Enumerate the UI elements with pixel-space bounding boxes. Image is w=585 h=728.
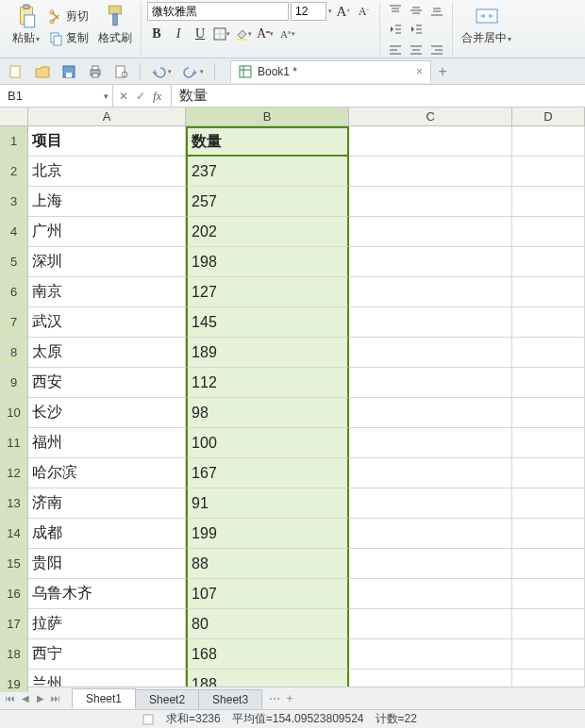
close-tab-button[interactable]: × <box>416 65 423 78</box>
row-header[interactable]: 8 <box>0 338 28 368</box>
sheet-tab[interactable]: Sheet2 <box>135 689 199 709</box>
cell[interactable] <box>512 549 585 579</box>
format-painter-button[interactable]: 格式刷 <box>95 2 135 53</box>
dropdown-icon[interactable]: ▾ <box>104 91 109 101</box>
cell[interactable] <box>349 277 512 307</box>
cell[interactable] <box>512 307 585 338</box>
column-header-B[interactable]: B <box>186 108 349 126</box>
cell[interactable]: 107 <box>186 579 349 609</box>
cell[interactable] <box>512 187 585 217</box>
cell[interactable]: 237 <box>186 157 349 187</box>
cell[interactable] <box>512 338 585 368</box>
bold-button[interactable]: B <box>147 25 166 43</box>
cell[interactable] <box>512 488 585 519</box>
cell[interactable]: 济南 <box>28 488 186 519</box>
cell[interactable] <box>349 187 512 217</box>
row-header[interactable]: 4 <box>0 217 28 247</box>
italic-button[interactable]: I <box>169 25 188 43</box>
cell[interactable] <box>512 157 585 187</box>
column-header-D[interactable]: D <box>512 108 585 126</box>
print-button[interactable] <box>85 62 106 81</box>
cut-button[interactable]: 剪切 <box>46 7 92 26</box>
cell[interactable]: 福州 <box>28 428 186 458</box>
row-header[interactable]: 17 <box>0 609 28 639</box>
row-header[interactable]: 7 <box>0 307 28 338</box>
align-left-button[interactable] <box>386 41 405 58</box>
cell[interactable] <box>349 307 512 338</box>
print-preview-button[interactable] <box>111 62 132 81</box>
cell[interactable] <box>512 458 585 488</box>
row-header[interactable]: 11 <box>0 428 28 458</box>
cell[interactable]: 拉萨 <box>28 609 186 639</box>
add-tab-button[interactable]: + <box>433 62 452 81</box>
align-right-button[interactable] <box>427 41 446 58</box>
row-header[interactable]: 5 <box>0 247 28 277</box>
cell[interactable]: 91 <box>186 488 349 519</box>
cell[interactable] <box>349 247 512 277</box>
cell[interactable]: 127 <box>186 277 349 307</box>
font-color-button[interactable]: A▾ <box>256 25 275 43</box>
accept-formula-button[interactable]: ✓ <box>136 90 145 103</box>
borders-button[interactable]: ▾ <box>212 25 231 43</box>
column-header-A[interactable]: A <box>28 108 186 126</box>
cell[interactable] <box>512 277 585 307</box>
sheet-tab[interactable]: Sheet1 <box>72 688 136 709</box>
column-header-C[interactable]: C <box>349 108 512 126</box>
grow-font-button[interactable]: A⁺ <box>334 2 353 21</box>
cell[interactable]: 西宁 <box>28 639 186 670</box>
sheet-nav-next[interactable]: ▶ <box>34 693 47 703</box>
align-bottom-button[interactable] <box>427 2 446 19</box>
cell[interactable] <box>349 549 512 579</box>
cell[interactable] <box>512 126 585 157</box>
cell[interactable] <box>349 338 512 368</box>
paste-button[interactable]: 粘贴▾ <box>9 2 42 53</box>
cell[interactable] <box>349 126 512 157</box>
row-header[interactable]: 18 <box>0 639 28 670</box>
row-header[interactable]: 10 <box>0 398 28 428</box>
cell[interactable] <box>349 519 512 549</box>
cell[interactable]: 167 <box>186 458 349 488</box>
save-button[interactable] <box>58 62 79 81</box>
cell[interactable]: 100 <box>186 428 349 458</box>
cell[interactable]: 乌鲁木齐 <box>28 579 186 609</box>
cell[interactable]: 太原 <box>28 338 186 368</box>
row-header[interactable]: 16 <box>0 579 28 609</box>
shrink-font-button[interactable]: A⁻ <box>355 2 374 21</box>
document-tab[interactable]: Book1 * × <box>230 60 431 83</box>
formula-input[interactable]: 数量 <box>172 85 585 107</box>
row-header[interactable]: 9 <box>0 368 28 398</box>
cell[interactable] <box>512 247 585 277</box>
cell[interactable] <box>349 458 512 488</box>
cell[interactable] <box>512 579 585 609</box>
cell[interactable]: 112 <box>186 368 349 398</box>
cell[interactable]: 成都 <box>28 519 186 549</box>
row-header[interactable]: 15 <box>0 549 28 579</box>
cell[interactable] <box>349 398 512 428</box>
row-header[interactable]: 6 <box>0 277 28 307</box>
cell[interactable] <box>512 368 585 398</box>
row-header[interactable]: 14 <box>0 519 28 549</box>
open-button[interactable] <box>32 62 53 81</box>
sheet-nav-first[interactable]: ⏮ <box>4 693 17 703</box>
cell[interactable] <box>349 639 512 670</box>
cell[interactable]: 贵阳 <box>28 549 186 579</box>
increase-indent-button[interactable] <box>407 21 426 38</box>
cell[interactable]: 145 <box>186 307 349 338</box>
cell[interactable]: 上海 <box>28 187 186 217</box>
cell[interactable] <box>512 639 585 670</box>
sheet-tab[interactable]: Sheet3 <box>198 689 262 709</box>
cancel-formula-button[interactable]: ✕ <box>119 90 128 103</box>
cell[interactable]: 数量 <box>186 126 349 157</box>
sheet-nav-last[interactable]: ⏭ <box>49 693 62 703</box>
cell[interactable]: 98 <box>186 398 349 428</box>
cell[interactable] <box>349 579 512 609</box>
copy-button[interactable]: 复制 <box>46 28 92 48</box>
cell[interactable] <box>512 609 585 639</box>
undo-button[interactable]: ▾ <box>148 62 175 81</box>
sheet-nav-prev[interactable]: ◀ <box>19 693 32 703</box>
fx-icon[interactable]: fx <box>153 89 165 104</box>
cell[interactable]: 80 <box>186 609 349 639</box>
cell[interactable]: 北京 <box>28 157 186 187</box>
cell[interactable]: 257 <box>186 187 349 217</box>
new-button[interactable] <box>6 62 26 81</box>
